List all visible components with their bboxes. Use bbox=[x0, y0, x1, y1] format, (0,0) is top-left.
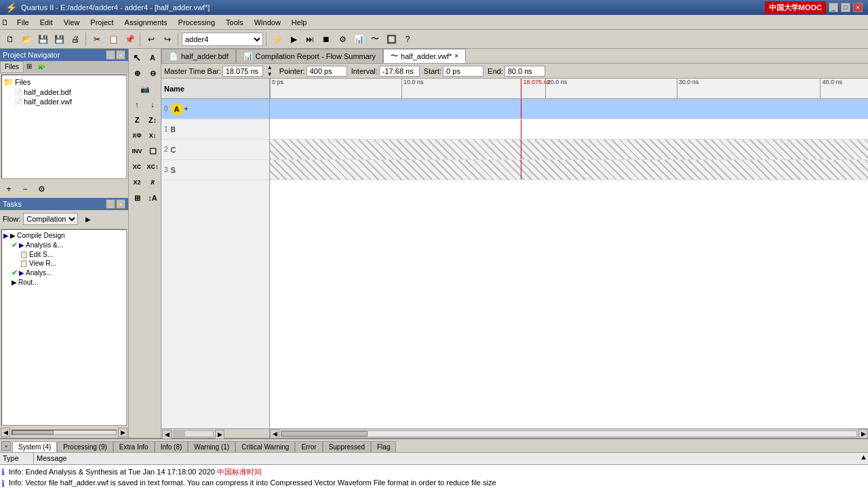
tool-xc2[interactable]: XC↕ bbox=[145, 159, 160, 174]
tool-x4[interactable]: 𝑅 bbox=[145, 175, 160, 190]
cut-btn[interactable]: ✂ bbox=[90, 32, 104, 47]
scroll-thumb-left[interactable] bbox=[174, 431, 185, 436]
open-btn[interactable]: 📂 bbox=[19, 32, 34, 47]
signal-row-1[interactable]: 1 B bbox=[161, 119, 269, 140]
msg-tab-error[interactable]: Error bbox=[295, 441, 322, 452]
time-arrow-up[interactable]: ▲ bbox=[267, 64, 275, 70]
tool-zoom-out[interactable]: ⊖ bbox=[145, 66, 160, 81]
tool-x1[interactable]: XΦ bbox=[130, 128, 144, 143]
signal-row-2[interactable]: 2 C bbox=[161, 140, 269, 160]
save-all-btn[interactable]: 💾 bbox=[52, 32, 66, 47]
chip-btn[interactable]: 🔲 bbox=[384, 32, 399, 47]
tasks-minimize[interactable]: _ bbox=[106, 199, 115, 209]
waveform-canvas[interactable]: 0 ps 10.0 ns 18.075 ns 20.0 ns 30.0 ns bbox=[270, 79, 868, 428]
menu-processing[interactable]: Processing bbox=[173, 17, 220, 28]
signal-row-3[interactable]: 3 S bbox=[161, 160, 269, 180]
tasks-scroll-thumb[interactable] bbox=[12, 430, 54, 434]
undo-btn[interactable]: ↩ bbox=[144, 32, 159, 47]
scroll-next[interactable]: ▶ bbox=[215, 430, 224, 439]
tool-cam[interactable]: 📷 bbox=[130, 81, 160, 96]
compile-btn[interactable]: ⚡ bbox=[270, 32, 285, 47]
project-dropdown[interactable]: adder4 bbox=[182, 33, 263, 46]
file-half-adder-vwf[interactable]: 📄 half_adder.vwf bbox=[3, 97, 125, 106]
tasks-controls[interactable]: _ × bbox=[106, 199, 125, 209]
flow-settings-btn[interactable]: ▶ bbox=[81, 211, 96, 226]
tasks-list[interactable]: ▶ ▶ Compile Design ✔ ▶ Analysis &... 📋 E… bbox=[1, 229, 127, 426]
tool-x2[interactable]: X↕ bbox=[145, 128, 160, 143]
copy-btn[interactable]: 📋 bbox=[106, 32, 121, 47]
run-btn[interactable]: ▶ bbox=[286, 32, 301, 47]
flow-dropdown[interactable]: Compilation bbox=[23, 213, 78, 225]
msg-tab-suppressed[interactable]: Suppressed bbox=[323, 441, 371, 452]
tool-select[interactable]: ↖ bbox=[130, 50, 144, 65]
settings-btn[interactable]: ⚙ bbox=[335, 32, 350, 47]
redo-btn[interactable]: ↪ bbox=[160, 32, 175, 47]
menu-window[interactable]: Window bbox=[249, 17, 286, 28]
tool-sort[interactable]: ↕A bbox=[145, 190, 160, 205]
task-item-1[interactable]: ✔ ▶ Analysis &... bbox=[3, 240, 125, 250]
tool-up[interactable]: ↑ bbox=[130, 97, 144, 112]
menu-view[interactable]: View bbox=[58, 17, 85, 28]
close-btn[interactable]: × bbox=[853, 3, 863, 12]
task-item-5[interactable]: ▶ Rout... bbox=[3, 278, 125, 287]
tasks-close[interactable]: × bbox=[116, 199, 125, 209]
tool-x3[interactable]: X2 bbox=[130, 175, 144, 190]
tool-inv2[interactable]: 🔲 bbox=[145, 144, 160, 159]
step-btn[interactable]: ⏭ bbox=[302, 32, 317, 47]
menu-project[interactable]: Project bbox=[85, 17, 119, 28]
maximize-btn[interactable]: □ bbox=[841, 3, 850, 12]
signal-row-0[interactable]: 0 A + bbox=[161, 99, 269, 119]
msg-tab-processing[interactable]: Processing (9) bbox=[57, 441, 113, 452]
help-btn[interactable]: ? bbox=[400, 32, 415, 47]
nav-settings-btn[interactable]: ⚙ bbox=[34, 182, 49, 197]
menu-edit[interactable]: Edit bbox=[35, 17, 58, 28]
task-item-4[interactable]: ✔ ▶ Analys... bbox=[3, 268, 125, 278]
minimize-btn[interactable]: _ bbox=[829, 3, 838, 12]
msg-tab-system[interactable]: System (4) bbox=[12, 441, 57, 452]
save-btn[interactable]: 💾 bbox=[35, 32, 50, 47]
nav-controls[interactable]: _ × bbox=[106, 50, 125, 60]
msg-tab-extrainfo[interactable]: Extra Info bbox=[113, 441, 155, 452]
nav-tab-hierarchy[interactable]: ⊞ bbox=[24, 61, 35, 73]
paste-btn[interactable]: 📌 bbox=[122, 32, 137, 47]
msg-tab-info[interactable]: Info (8) bbox=[155, 441, 189, 452]
nav-close[interactable]: × bbox=[116, 50, 125, 60]
window-controls[interactable]: _ □ × bbox=[829, 3, 863, 12]
tab-half-adder-vwf[interactable]: 〜 half_adder.vwf* × bbox=[383, 49, 466, 63]
files-folder[interactable]: 📁 Files bbox=[3, 77, 125, 87]
nav-remove-btn[interactable]: − bbox=[18, 182, 33, 197]
tool-grid[interactable]: ⊞ bbox=[130, 190, 144, 205]
sim-btn[interactable]: 📊 bbox=[351, 32, 366, 47]
msg-tab-critical[interactable]: Critical Warning bbox=[235, 441, 295, 452]
task-item-2[interactable]: 📋 Edit S... bbox=[3, 250, 125, 259]
tab-compilation-report[interactable]: 📊 Compilation Report - Flow Summary bbox=[236, 49, 383, 63]
scroll-prev[interactable]: ◀ bbox=[162, 430, 172, 439]
new-btn[interactable]: 🗋 bbox=[3, 32, 18, 47]
tool-xc[interactable]: XC bbox=[130, 159, 144, 174]
nav-tab-files[interactable]: Files bbox=[0, 61, 24, 73]
scroll-track-left[interactable] bbox=[173, 430, 214, 437]
tool-z2[interactable]: Z↕ bbox=[145, 113, 160, 127]
task-item-0[interactable]: ▶ ▶ Compile Design bbox=[3, 231, 125, 240]
menu-assignments[interactable]: Assignments bbox=[119, 17, 173, 28]
main-scroll-thumb[interactable] bbox=[281, 431, 368, 436]
nav-minimize[interactable]: _ bbox=[106, 50, 115, 60]
tool-z[interactable]: Z bbox=[130, 113, 144, 127]
task-item-3[interactable]: 📋 View R... bbox=[3, 259, 125, 268]
main-scroll-right[interactable]: ▶ bbox=[859, 429, 868, 439]
print-btn[interactable]: 🖨 bbox=[68, 32, 83, 47]
tasks-scrollbar[interactable] bbox=[12, 430, 117, 435]
msg-close-btn[interactable]: × bbox=[1, 441, 11, 451]
stop-btn[interactable]: ⏹ bbox=[319, 32, 334, 47]
time-arrow-down[interactable]: ▼ bbox=[267, 71, 275, 77]
tool-text[interactable]: A bbox=[145, 50, 160, 65]
wave-btn[interactable]: 〜 bbox=[368, 32, 382, 47]
tasks-scroll-right[interactable]: ▶ bbox=[118, 428, 127, 437]
main-scroll-left[interactable]: ◀ bbox=[270, 429, 279, 439]
menu-file[interactable]: File bbox=[12, 17, 35, 28]
msg-tab-warning[interactable]: Warning (1) bbox=[188, 441, 235, 452]
main-scroll-track[interactable] bbox=[281, 430, 857, 437]
tool-down[interactable]: ↓ bbox=[145, 97, 160, 112]
tool-zoom-in[interactable]: ⊕ bbox=[130, 66, 144, 81]
tool-inv[interactable]: INV bbox=[130, 144, 144, 159]
